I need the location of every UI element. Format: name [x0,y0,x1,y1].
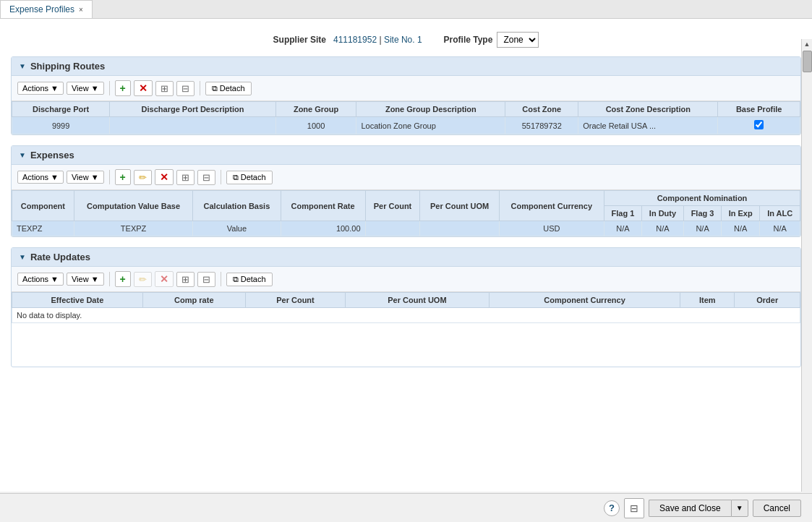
expenses-view-button[interactable]: View ▼ [67,171,104,184]
supplier-site-label: Supplier Site [273,35,326,45]
cell-in-alc: N/A [760,221,800,236]
expenses-section: ▼ Expenses Actions ▼ View ▼ + ✏ [11,145,801,237]
col-discharge-port-desc: Discharge Port Description [110,102,276,117]
col-zone-group: Zone Group [275,102,356,117]
rate-pencil-button[interactable]: ✏ [134,272,152,287]
expenses-add-button[interactable]: + [115,169,131,185]
cell-calculation-basis: Value [193,221,281,236]
expenses-toggle-icon[interactable]: ▼ [19,151,26,159]
cell-cost-zone: 551789732 [505,117,578,134]
shipping-routes-toolbar: Actions ▼ View ▼ + ✕ ⊞ ⊟ [12,76,800,101]
table-row[interactable]: TEXPZ TEXPZ Value 100.00 USD N/A N/A N/A… [12,221,800,236]
cell-flag1: N/A [604,221,642,236]
rate-detach-icon: ⧉ [233,275,239,284]
rate-pencil-icon: ✏ [139,274,147,285]
tab-close-icon[interactable]: × [79,6,83,14]
shipping-actions-arrow-icon: ▼ [51,84,59,93]
rate-updates-toggle-icon[interactable]: ▼ [19,253,26,261]
col-flag3: Flag 3 [684,206,722,221]
profile-type-select[interactable]: Zone [497,32,539,48]
cell-in-duty: N/A [641,221,683,236]
col-cost-zone-desc: Cost Zone Description [578,102,718,117]
cell-component-currency: USD [499,221,604,236]
expenses-view-arrow-icon: ▼ [91,173,99,181]
shipping-actions-button[interactable]: Actions ▼ [17,82,64,95]
expenses-actions-button[interactable]: Actions ▼ [17,171,64,184]
table-row: No data to display. [12,308,800,323]
tab-bar: Expense Profiles × [0,0,812,19]
edit1-icon: ⊞ [161,83,168,94]
profile-type-label: Profile Type [444,35,493,45]
scroll-thumb[interactable] [803,51,812,72]
col-in-alc: In ALC [760,206,800,221]
expense-profiles-tab[interactable]: Expense Profiles × [0,0,93,18]
expenses-edit1-button[interactable]: ⊞ [176,170,195,185]
no-data-text: No data to display. [17,311,82,320]
col-nomination-group: Component Nomination [604,191,800,206]
expenses-actions-arrow-icon: ▼ [51,173,59,181]
supplier-id[interactable]: 411181952 [333,35,377,45]
expenses-header: ▼ Expenses [12,146,800,165]
col-rate-component-currency: Component Currency [489,293,680,308]
col-comp-rate: Comp rate [142,293,245,308]
expenses-pencil-button[interactable]: ✏ [134,170,152,185]
add-icon: + [120,82,126,94]
shipping-delete-button[interactable]: ✕ [134,80,153,96]
col-flag1: Flag 1 [604,206,642,221]
col-per-count: Per Count [365,191,420,221]
shipping-add-button[interactable]: + [115,80,131,96]
scroll-up-arrow[interactable]: ▲ [802,39,812,49]
expenses-sep-1 [109,170,110,184]
expenses-sep-2 [221,170,221,184]
cell-per-count [365,221,420,236]
expenses-toolbar: Actions ▼ View ▼ + ✏ ✕ ⊞ [12,165,800,190]
shipping-view-label: View [72,84,89,93]
cell-flag3: N/A [684,221,722,236]
col-in-duty: In Duty [641,206,683,221]
rate-actions-button[interactable]: Actions ▼ [17,273,64,286]
shipping-detach-button[interactable]: ⧉ Detach [205,82,252,95]
expenses-delete-icon: ✕ [160,171,168,183]
col-discharge-port: Discharge Port [12,102,110,117]
expenses-edit2-button[interactable]: ⊟ [197,170,215,185]
scrollbar[interactable]: ▲ ▼ [801,39,812,492]
cell-cost-zone-desc: Oracle Retail USA ... [578,117,718,134]
expenses-add-icon: + [120,171,126,183]
shipping-edit1-button[interactable]: ⊞ [155,81,174,96]
cell-in-exp: N/A [721,221,759,236]
cell-component: TEXPZ [12,221,74,236]
table-row[interactable]: 9999 1000 Location Zone Group 551789732 … [12,117,800,134]
cell-zone-group-desc: Location Zone Group [356,117,505,134]
rate-delete-button[interactable]: ✕ [155,271,174,287]
no-data-cell: No data to display. [12,308,800,323]
toolbar-separator-2 [200,81,200,95]
shipping-routes-toggle-icon[interactable]: ▼ [19,62,26,70]
col-per-count-uom: Per Count UOM [420,191,499,221]
rate-edit2-button[interactable]: ⊟ [197,272,215,287]
expenses-actions-label: Actions [22,173,48,181]
shipping-detach-icon: ⧉ [212,84,218,93]
shipping-routes-section: ▼ Shipping Routes Actions ▼ View ▼ + ✕ [11,56,801,135]
rate-add-button[interactable]: + [115,271,131,287]
shipping-routes-table: Discharge Port Discharge Port Descriptio… [12,101,800,134]
rate-updates-header: ▼ Rate Updates [12,248,800,267]
cell-base-profile [718,117,800,134]
rate-updates-table: Effective Date Comp rate Per Count Per C… [12,292,800,323]
rate-view-button[interactable]: View ▼ [67,273,104,286]
col-component: Component [12,191,74,221]
base-profile-checkbox[interactable] [754,120,764,129]
edit2-icon: ⊟ [181,83,189,94]
supplier-site-text[interactable]: Site No. 1 [384,35,422,45]
rate-edit1-button[interactable]: ⊞ [176,272,195,287]
delete-icon: ✕ [139,82,148,94]
tab-label: Expense Profiles [9,4,74,14]
expenses-pencil-icon: ✏ [139,172,147,183]
shipping-view-button[interactable]: View ▼ [67,82,104,95]
shipping-edit2-button[interactable]: ⊟ [176,81,195,96]
expenses-detach-button[interactable]: ⧉ Detach [226,171,273,184]
rate-detach-button[interactable]: ⧉ Detach [226,273,273,286]
shipping-routes-title: Shipping Routes [30,61,105,72]
expenses-delete-button[interactable]: ✕ [155,169,174,185]
cell-per-count-uom [420,221,499,236]
rate-view-label: View [72,275,89,283]
